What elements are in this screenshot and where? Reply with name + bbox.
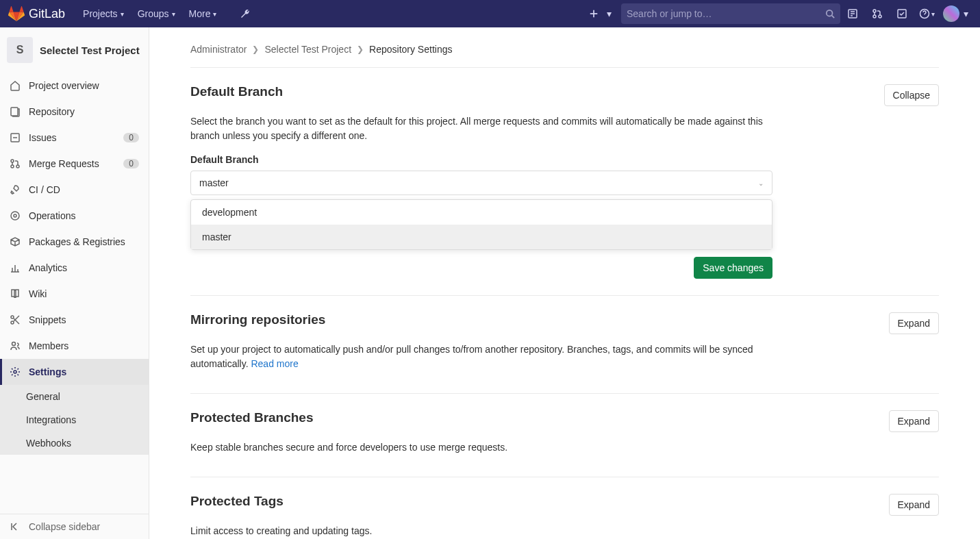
svg-line-3 — [832, 16, 835, 18]
svg-point-13 — [11, 165, 14, 168]
folder-icon — [10, 106, 21, 117]
expand-button[interactable]: Expand — [889, 410, 939, 432]
mr-count: 0 — [123, 159, 139, 168]
svg-point-7 — [879, 15, 881, 18]
nav-groups[interactable]: Groups▾ — [131, 8, 182, 19]
svg-rect-1 — [590, 13, 598, 14]
project-sidebar: S Selectel Test Project Project overview… — [0, 27, 149, 539]
chevron-down-icon: ▾ — [121, 10, 124, 18]
dropdown-option-master[interactable]: master — [191, 225, 772, 249]
svg-point-6 — [873, 15, 876, 18]
user-avatar[interactable] — [943, 5, 959, 22]
chevron-down-icon[interactable]: ▾ — [602, 8, 616, 19]
issues-count: 0 — [123, 133, 139, 142]
section-protected-tags: Protected Tags Expand Limit access to cr… — [190, 477, 939, 539]
nav-projects[interactable]: Projects▾ — [76, 8, 131, 19]
chart-icon — [10, 262, 21, 273]
dropdown-option-development[interactable]: development — [191, 200, 772, 225]
sidebar-item-packages[interactable]: Packages & Registries — [0, 229, 149, 255]
svg-point-5 — [873, 10, 876, 12]
chevron-down-icon: ⌄ — [758, 179, 764, 187]
gear-icon — [10, 366, 21, 377]
svg-point-14 — [16, 165, 19, 168]
scissors-icon — [10, 314, 21, 325]
breadcrumb-project[interactable]: Selectel Test Project — [264, 44, 351, 55]
subnav-webhooks[interactable]: Webhooks — [0, 431, 149, 455]
section-mirroring: Mirroring repositories Expand Set up you… — [190, 296, 939, 394]
sidebar-item-operations[interactable]: Operations — [0, 203, 149, 229]
settings-submenu: General Integrations Webhooks — [0, 385, 149, 455]
svg-point-20 — [14, 371, 16, 373]
todos-icon[interactable] — [890, 8, 914, 19]
collapse-button[interactable]: Collapse — [884, 84, 939, 106]
search-input[interactable] — [621, 3, 840, 24]
breadcrumb-current: Repository Settings — [369, 44, 452, 55]
sidebar-item-analytics[interactable]: Analytics — [0, 255, 149, 281]
chevron-right-icon: ❯ — [357, 45, 364, 54]
sidebar-item-issues[interactable]: Issues0 — [0, 125, 149, 151]
subnav-integrations[interactable]: Integrations — [0, 408, 149, 431]
gitlab-logo-icon[interactable] — [8, 5, 25, 22]
save-changes-button[interactable]: Save changes — [694, 257, 772, 279]
svg-point-12 — [11, 160, 14, 162]
svg-point-17 — [11, 316, 14, 318]
search-icon — [825, 9, 835, 18]
project-name: Selectel Test Project — [40, 45, 140, 56]
section-description: Select the branch you want to set as the… — [190, 114, 772, 143]
sidebar-item-cicd[interactable]: CI / CD — [0, 177, 149, 203]
merge-icon — [10, 158, 21, 169]
sidebar-item-snippets[interactable]: Snippets — [0, 307, 149, 333]
section-default-branch: Default Branch Collapse Select the branc… — [190, 68, 939, 296]
svg-point-2 — [827, 10, 833, 16]
default-branch-label: Default Branch — [190, 154, 939, 165]
users-icon — [10, 340, 21, 351]
sidebar-item-wiki[interactable]: Wiki — [0, 281, 149, 307]
svg-point-16 — [14, 214, 16, 217]
project-avatar: S — [7, 37, 33, 63]
breadcrumb: Administrator ❯ Selectel Test Project ❯ … — [190, 41, 939, 68]
read-more-link[interactable]: Read more — [251, 358, 298, 369]
top-navbar: GitLab Projects▾ Groups▾ More▾ ▾ ▾ ▾ — [0, 0, 980, 27]
issues-icon — [10, 132, 21, 143]
home-icon — [10, 80, 21, 91]
section-description: Keep stable branches secure and force de… — [190, 440, 772, 455]
section-description: Set up your project to automatically pus… — [190, 342, 772, 371]
section-title: Mirroring repositories — [190, 312, 889, 327]
issues-icon[interactable] — [840, 8, 865, 19]
brand-name[interactable]: GitLab — [29, 7, 65, 21]
project-header[interactable]: S Selectel Test Project — [0, 27, 149, 73]
operations-icon — [10, 210, 21, 221]
svg-rect-10 — [11, 108, 18, 116]
svg-point-19 — [12, 342, 16, 346]
branch-dropdown: development master — [190, 199, 772, 250]
subnav-general[interactable]: General — [0, 385, 149, 408]
package-icon — [10, 236, 21, 247]
expand-button[interactable]: Expand — [889, 312, 939, 334]
section-title: Default Branch — [190, 84, 884, 99]
svg-point-18 — [11, 321, 14, 324]
chevron-right-icon: ❯ — [252, 45, 259, 54]
collapse-icon — [10, 521, 21, 532]
chevron-down-icon: ▾ — [213, 10, 216, 18]
sidebar-item-repository[interactable]: Repository — [0, 99, 149, 125]
nav-more[interactable]: More▾ — [182, 8, 224, 19]
sidebar-item-overview[interactable]: Project overview — [0, 73, 149, 99]
rocket-icon — [10, 184, 21, 195]
admin-wrench-icon[interactable] — [233, 8, 257, 19]
expand-button[interactable]: Expand — [889, 494, 939, 516]
merge-requests-icon[interactable] — [865, 8, 890, 19]
main-content: Administrator ❯ Selectel Test Project ❯ … — [149, 27, 980, 539]
sidebar-item-members[interactable]: Members — [0, 333, 149, 359]
default-branch-select[interactable]: master ⌄ — [190, 171, 772, 195]
book-icon — [10, 288, 21, 299]
chevron-down-icon: ▾ — [172, 10, 175, 18]
sidebar-item-merge-requests[interactable]: Merge Requests0 — [0, 151, 149, 177]
help-icon[interactable]: ▾ — [914, 8, 939, 19]
sidebar-item-settings[interactable]: Settings — [0, 359, 149, 385]
section-title: Protected Branches — [190, 410, 889, 425]
svg-point-15 — [11, 212, 19, 220]
chevron-down-icon[interactable]: ▾ — [959, 8, 972, 19]
collapse-sidebar[interactable]: Collapse sidebar — [0, 514, 149, 539]
section-description: Limit access to creating and updating ta… — [190, 524, 772, 538]
breadcrumb-admin[interactable]: Administrator — [190, 44, 247, 55]
